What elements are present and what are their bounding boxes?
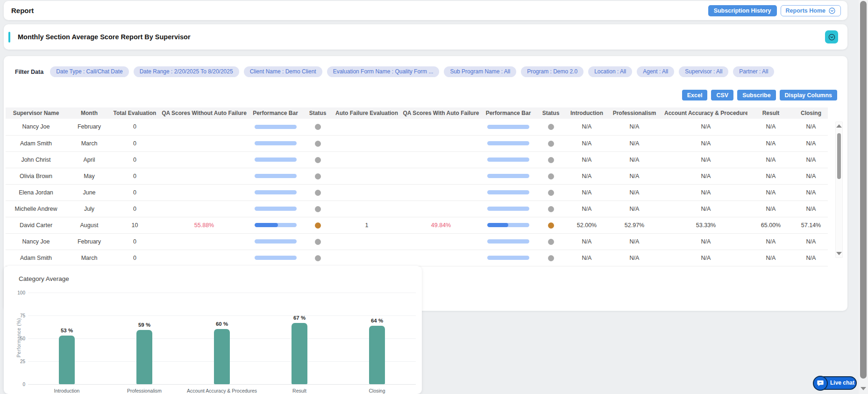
x-axis-label: Introduction	[25, 388, 109, 394]
month-cell: February	[66, 119, 112, 135]
performance-bar-cell	[251, 184, 300, 201]
column-header: Result	[747, 107, 794, 119]
account-accuracy-cell: N/A	[664, 151, 747, 168]
performance-bar-cell	[484, 217, 533, 233]
chart-bar-value-label: 53 %	[53, 328, 81, 333]
y-tick-label: 25	[7, 359, 25, 364]
qa-without-cell	[157, 250, 251, 266]
auto-failure-cell	[335, 119, 398, 135]
collapse-report-button[interactable]	[825, 30, 838, 43]
performance-bar-cell	[251, 233, 300, 250]
auto-failure-cell	[335, 233, 398, 250]
qa-with-cell	[398, 135, 484, 151]
table-scrollbar[interactable]	[835, 122, 843, 258]
qa-with-cell: 49.84%	[398, 217, 484, 233]
status-cell	[533, 135, 569, 151]
column-header: Closing	[794, 107, 828, 119]
introduction-cell: N/A	[569, 119, 605, 135]
performance-bar	[487, 239, 529, 244]
status-cell	[533, 217, 569, 233]
chart-bar-value-label: 59 %	[130, 322, 158, 328]
qa-with-cell	[398, 184, 484, 201]
status-dot-gray	[315, 239, 321, 245]
chart-bar-introduction	[59, 336, 75, 384]
introduction-cell: N/A	[569, 168, 605, 184]
x-axis-label: Result	[257, 388, 342, 394]
month-cell: August	[66, 217, 112, 233]
column-header: Month	[66, 107, 112, 119]
x-axis-label: Professionalism	[102, 388, 186, 394]
status-dot-gray	[315, 141, 321, 147]
status-cell	[533, 119, 569, 135]
status-dot-gray	[548, 206, 554, 212]
closing-cell: N/A	[794, 151, 828, 168]
month-cell: March	[66, 135, 112, 151]
auto-failure-cell	[335, 184, 398, 201]
professionalism-cell: N/A	[605, 201, 664, 217]
result-cell: N/A	[747, 168, 794, 184]
filter-chip: Agent : All	[637, 66, 674, 77]
chart-plot-area: 100755025053 %Introduction59 %Profession…	[28, 293, 416, 384]
status-cell	[533, 151, 569, 168]
performance-bar-cell	[251, 217, 300, 233]
status-cell	[533, 201, 569, 217]
total-cell: 0	[112, 201, 157, 217]
status-dot-gray	[315, 206, 321, 212]
column-header: Status	[533, 107, 569, 119]
subscription-history-button[interactable]: Subscription History	[708, 5, 777, 16]
introduction-cell: N/A	[569, 201, 605, 217]
table-row: John ChristApril0N/AN/AN/AN/AN/A	[6, 151, 828, 168]
month-cell: May	[66, 168, 112, 184]
filter-chip: Date Type : Call/Chat Date	[50, 66, 129, 77]
closing-cell: N/A	[794, 168, 828, 184]
performance-bar	[255, 223, 297, 227]
scroll-up-icon[interactable]	[836, 124, 842, 128]
performance-bar-cell	[484, 184, 533, 201]
status-dot-orange	[548, 222, 554, 229]
account-accuracy-cell: N/A	[664, 168, 747, 184]
live-chat-button[interactable]: Live chat	[813, 376, 857, 391]
column-header: QA Scores With Auto Failure	[398, 107, 484, 119]
excel-button[interactable]: Excel	[682, 90, 708, 100]
account-accuracy-cell: N/A	[664, 250, 747, 266]
report-header-card: Monthly Section Average Score Report By …	[4, 24, 847, 50]
csv-button[interactable]: CSV	[711, 90, 733, 100]
chart-bar-closing	[369, 326, 385, 384]
report-title: Monthly Section Average Score Report By …	[18, 24, 191, 50]
chart-bar-value-label: 67 %	[285, 315, 313, 321]
qa-without-cell: 55.88%	[157, 217, 251, 233]
total-cell: 0	[112, 168, 157, 184]
closing-cell: 57.14%	[794, 217, 828, 233]
gridline	[28, 315, 416, 316]
subscribe-button[interactable]: Subscribe	[737, 90, 776, 100]
scroll-down-icon[interactable]	[836, 252, 842, 255]
filter-row: Filter Data Date Type : Call/Chat DateDa…	[15, 66, 774, 77]
performance-bar-cell	[251, 151, 300, 168]
professionalism-cell: N/A	[605, 168, 664, 184]
performance-bar-cell	[251, 135, 300, 151]
table-row: Olivia BrownMay0N/AN/AN/AN/AN/A	[6, 168, 828, 184]
status-dot-gray	[548, 255, 554, 261]
result-cell: N/A	[747, 250, 794, 266]
filter-data-label: Filter Data	[15, 69, 43, 75]
y-tick-label: 100	[7, 290, 25, 295]
supervisor-cell: Elena Jordan	[6, 184, 66, 201]
supervisor-cell: Adam Smith	[6, 250, 66, 266]
introduction-cell: N/A	[569, 151, 605, 168]
filter-chips: Date Type : Call/Chat DateDate Range : 2…	[50, 66, 774, 77]
qa-with-cell	[398, 151, 484, 168]
account-accuracy-cell: N/A	[664, 184, 747, 201]
page-scrollbar-thumb[interactable]	[860, 1, 867, 379]
reports-home-button[interactable]: Reports Home	[781, 5, 841, 16]
auto-failure-cell: 1	[335, 217, 398, 233]
page-scrollbar[interactable]	[859, 0, 868, 394]
closing-cell: N/A	[794, 184, 828, 201]
table-scrollbar-thumb[interactable]	[837, 133, 841, 179]
table-row: Adam SmithMarch0N/AN/AN/AN/AN/A	[6, 135, 828, 151]
performance-bar-cell	[251, 250, 300, 266]
display-columns-button[interactable]: Display Columns	[780, 90, 837, 100]
page-title: Report	[11, 1, 34, 20]
x-axis-label: Account Accuracy & Procedures	[180, 388, 264, 394]
qa-without-cell	[157, 119, 251, 135]
page-scroll-down-icon[interactable]	[861, 387, 866, 390]
